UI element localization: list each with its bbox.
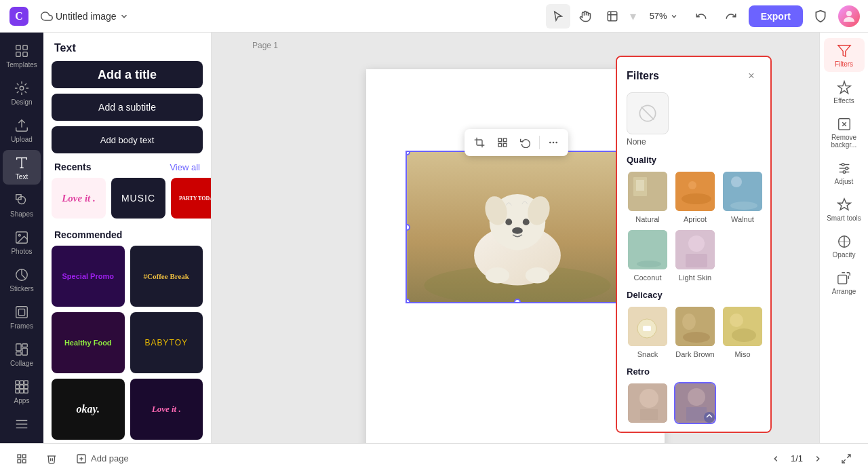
zoom-control[interactable]: 57% [644,8,684,24]
filter-none-button[interactable] [627,92,669,134]
svg-point-41 [512,227,523,234]
svg-rect-46 [503,143,507,147]
svg-point-49 [553,142,555,144]
right-panel-smart-tools[interactable]: Smart tools [824,192,865,226]
page-next-button[interactable] [808,449,827,468]
sidebar-item-text[interactable]: Text [3,150,41,185]
rec-item-special-promo[interactable]: Special Promo [52,246,125,307]
delete-page-button[interactable] [41,449,62,468]
svg-point-92 [845,167,848,170]
snack-preview [628,307,667,346]
svg-rect-4 [16,45,20,50]
right-panel-removebg-label: Remove backgr... [827,134,862,149]
svg-rect-2 [608,12,617,21]
right-panel-opacity[interactable]: Opacity [824,229,865,263]
export-button[interactable]: Export [749,5,803,27]
rec-item-healthy[interactable]: Healthy Food [52,312,125,373]
more-options-button[interactable] [542,132,564,153]
svg-point-58 [688,181,696,189]
healthy-food-text: Healthy Food [64,339,112,347]
filters-panel: Filters × None Quality [616,56,772,433]
rec-item-babytoy[interactable]: BABYTOY [130,312,203,373]
filter-natural[interactable]: Natural [627,170,669,223]
handle-bottom-left[interactable] [406,299,410,303]
sidebar-item-stickers[interactable]: Stickers [3,262,41,297]
filter-retro2[interactable] [674,382,716,427]
svg-rect-98 [18,459,21,463]
sidebar-item-photos[interactable]: Photos [3,225,41,259]
recent-item-party[interactable]: PARTY TODAY [171,178,211,219]
adjust-icon [837,161,852,176]
svg-line-103 [847,455,850,458]
sidebar-item-templates[interactable]: Templates [3,38,41,73]
canva-logo[interactable]: C [8,5,30,27]
add-body-button[interactable]: Add body text [52,126,203,153]
recent-item-loveit[interactable]: Love it . [52,178,106,219]
shield-button[interactable] [808,4,833,29]
view-all-button[interactable]: View all [170,162,200,172]
filter-darkbrown[interactable]: Dark Brown [674,305,716,358]
right-panel-filters[interactable]: Filters [824,38,865,72]
filter-lightskin[interactable]: Light Skin [674,229,716,282]
sidebar-item-frames[interactable]: Frames [3,299,41,334]
svg-point-10 [18,197,26,204]
filter-snack[interactable]: Snack [627,305,669,358]
svg-rect-95 [837,275,846,284]
quality-grid: Natural Apricot [627,170,761,282]
project-name-button[interactable]: Untitled image [35,7,134,25]
filter-miso[interactable]: Miso [722,305,764,358]
svg-point-71 [683,332,710,343]
layout-button[interactable] [492,132,513,153]
right-panel-remove-bg[interactable]: Remove backgr... [824,111,865,153]
filter-natural-thumb [627,170,669,212]
sidebar-item-shapes[interactable]: Shapes [3,187,41,222]
sidebar-shapes-label: Shapes [10,210,33,218]
crop-button[interactable] [469,132,490,153]
sidebar-item-apps[interactable]: Apps [3,374,41,409]
rec-item-loveit2[interactable]: Love it . [130,379,203,440]
page-prev-button[interactable] [766,449,785,468]
coconut-preview [628,230,667,269]
rec-item-coffee[interactable]: #Coffee Break [130,246,203,307]
filter-apricot[interactable]: Apricot [674,170,716,223]
add-page-button[interactable]: Add page [71,449,134,468]
redo-button[interactable] [719,4,743,29]
undo-button[interactable] [689,4,713,29]
filter-coconut[interactable]: Coconut [627,229,669,282]
snack-label: Snack [637,350,658,358]
pointer-tool[interactable] [546,4,570,29]
filters-close-button[interactable]: × [742,67,761,86]
sidebar-item-design[interactable]: Design [3,75,41,110]
user-avatar[interactable] [838,5,860,27]
rec-item-okay[interactable]: okay. [52,379,125,440]
handle-middle-left[interactable] [406,224,410,231]
sidebar-item-upload[interactable]: Upload [3,113,41,147]
resize-tool[interactable] [600,4,625,29]
filter-walnut[interactable]: Walnut [722,170,764,223]
okay-text: okay. [76,403,100,415]
svg-rect-23 [24,381,28,385]
canvas-image-element[interactable]: ↻ [406,151,629,303]
hand-tool[interactable] [573,4,597,29]
filter-darkbrown-thumb [674,305,716,347]
babytoy-text: BABYTOY [145,338,188,347]
filter-retro1[interactable] [627,382,669,427]
sidebar-item-more[interactable] [3,411,41,436]
toolbar-divider [539,136,540,149]
sidebar-upload-label: Upload [11,136,33,143]
svg-rect-66 [686,254,707,267]
recents-title: Recents [54,162,91,172]
recent-item-music[interactable]: MUSIC [111,178,165,219]
right-panel-arrange[interactable]: Arrange [824,265,865,299]
svg-marker-83 [837,45,850,57]
right-panel-adjust[interactable]: Adjust [824,155,865,189]
handle-bottom-center[interactable] [514,299,521,303]
sidebar-item-collage[interactable]: Collage [3,337,41,371]
add-subtitle-button[interactable]: Add a subtitle [52,94,203,121]
replace-button[interactable] [515,132,536,153]
grid-button[interactable] [11,449,33,468]
right-panel-effects[interactable]: Effects [824,75,865,109]
svg-point-13 [18,234,20,236]
expand-button[interactable] [835,448,857,470]
add-title-button[interactable]: Add a title [52,61,203,88]
